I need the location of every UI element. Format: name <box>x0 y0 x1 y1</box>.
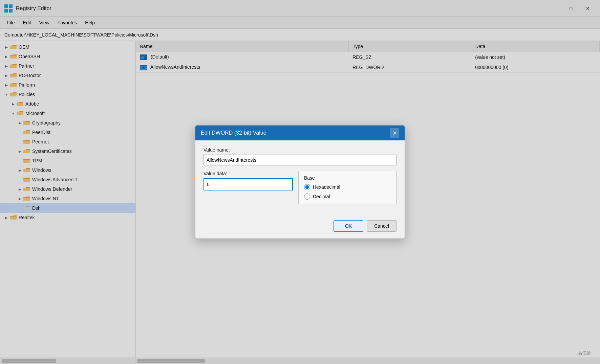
decimal-option[interactable]: Decimal <box>304 194 391 200</box>
ok-button[interactable]: OK <box>334 220 363 232</box>
decimal-radio[interactable] <box>304 194 310 200</box>
registry-editor-window: Registry Editor — □ ✕ File Edit View Fav… <box>0 0 600 364</box>
dialog-title: Edit DWORD (32-bit) Value <box>201 130 390 136</box>
radio-group: Hexadecimal Decimal <box>304 184 391 200</box>
value-data-input[interactable] <box>203 178 293 190</box>
dialog-body: Value name: Value data: Base Hexadecima <box>195 140 405 218</box>
value-data-section: Value data: <box>203 171 293 204</box>
value-name-input[interactable] <box>203 155 397 165</box>
dialog-title-bar: Edit DWORD (32-bit) Value ✕ <box>195 126 405 140</box>
base-label: Base <box>304 175 391 181</box>
decimal-label: Decimal <box>313 194 330 199</box>
dialog-close-button[interactable]: ✕ <box>390 128 399 138</box>
dialog-footer: OK Cancel <box>195 218 405 238</box>
modal-overlay: Edit DWORD (32-bit) Value ✕ Value name: … <box>0 0 600 364</box>
edit-dword-dialog: Edit DWORD (32-bit) Value ✕ Value name: … <box>195 125 405 239</box>
hexadecimal-label: Hexadecimal <box>313 184 340 190</box>
dialog-row: Value data: Base Hexadecimal <box>203 171 397 204</box>
value-data-label: Value data: <box>203 171 293 176</box>
cancel-button[interactable]: Cancel <box>367 220 397 232</box>
value-name-label: Value name: <box>203 147 397 153</box>
base-section: Base Hexadecimal Decimal <box>298 171 397 204</box>
hexadecimal-option[interactable]: Hexadecimal <box>304 184 391 190</box>
hexadecimal-radio[interactable] <box>304 184 310 190</box>
